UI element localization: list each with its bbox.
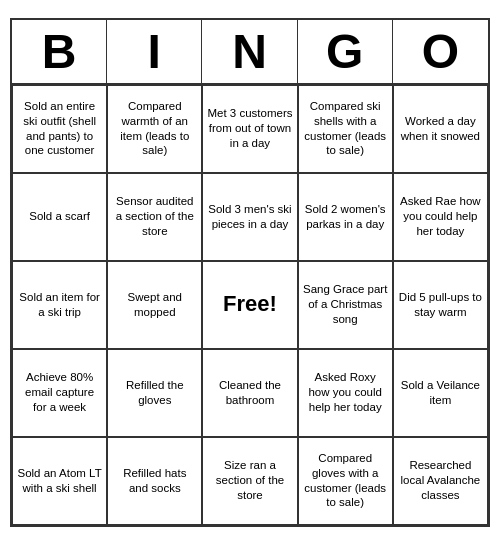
bingo-cell-2: Met 3 customers from out of town in a da… [202,85,297,173]
bingo-cell-1: Compared warmth of an item (leads to sal… [107,85,202,173]
bingo-letter-o: O [393,20,488,83]
bingo-letter-b: B [12,20,107,83]
bingo-cell-14: Did 5 pull-ups to stay warm [393,261,488,349]
bingo-cell-15: Achieve 80% email capture for a week [12,349,107,437]
bingo-cell-7: Sold 3 men's ski pieces in a day [202,173,297,261]
bingo-cell-12: Free! [202,261,297,349]
bingo-cell-5: Sold a scarf [12,173,107,261]
bingo-grid: Sold an entire ski outfit (shell and pan… [12,85,488,525]
bingo-cell-0: Sold an entire ski outfit (shell and pan… [12,85,107,173]
bingo-cell-11: Swept and mopped [107,261,202,349]
bingo-cell-3: Compared ski shells with a customer (lea… [298,85,393,173]
bingo-cell-13: Sang Grace part of a Christmas song [298,261,393,349]
bingo-cell-22: Size ran a section of the store [202,437,297,525]
bingo-letter-n: N [202,20,297,83]
bingo-cell-19: Sold a Veilance item [393,349,488,437]
bingo-letter-g: G [298,20,393,83]
bingo-cell-18: Asked Roxy how you could help her today [298,349,393,437]
bingo-cell-21: Refilled hats and socks [107,437,202,525]
bingo-cell-24: Researched local Avalanche classes [393,437,488,525]
bingo-cell-16: Refilled the gloves [107,349,202,437]
bingo-cell-9: Asked Rae how you could help her today [393,173,488,261]
bingo-cell-10: Sold an item for a ski trip [12,261,107,349]
bingo-cell-17: Cleaned the bathroom [202,349,297,437]
bingo-cell-20: Sold an Atom LT with a ski shell [12,437,107,525]
bingo-cell-4: Worked a day when it snowed [393,85,488,173]
bingo-cell-23: Compared gloves with a customer (leads t… [298,437,393,525]
bingo-cell-6: Sensor audited a section of the store [107,173,202,261]
bingo-letter-i: I [107,20,202,83]
bingo-cell-8: Sold 2 women's parkas in a day [298,173,393,261]
bingo-card: BINGO Sold an entire ski outfit (shell a… [10,18,490,527]
bingo-header: BINGO [12,20,488,85]
